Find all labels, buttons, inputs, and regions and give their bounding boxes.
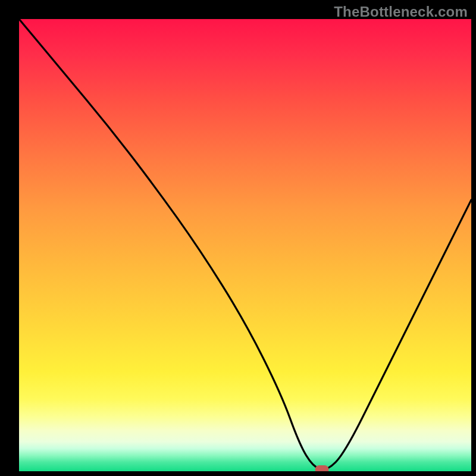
bottleneck-curve [19,19,471,471]
watermark-text: TheBottleneck.com [334,4,468,20]
chart-frame: TheBottleneck.com [0,0,476,476]
curve-path [19,19,471,469]
optimal-marker [315,465,329,471]
plot-area [19,19,471,471]
